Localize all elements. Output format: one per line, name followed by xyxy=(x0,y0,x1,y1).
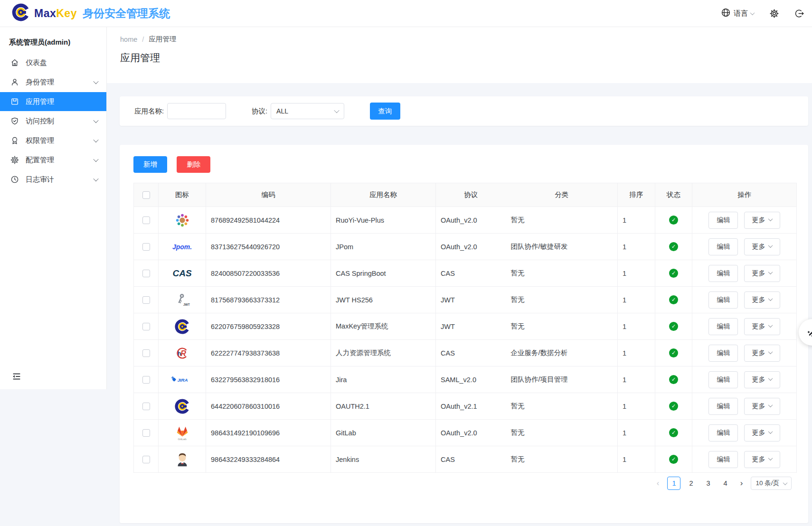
row-checkbox[interactable] xyxy=(142,403,150,410)
sidebar-item-applications[interactable]: 应用管理 xyxy=(0,92,106,111)
maxkey-logo-icon xyxy=(11,3,30,24)
row-checkbox[interactable] xyxy=(142,296,150,304)
row-checkbox[interactable] xyxy=(142,349,150,357)
row-checkbox[interactable] xyxy=(142,376,150,384)
chevron-down-icon xyxy=(93,176,98,181)
status-enabled-icon: ✓ xyxy=(669,402,678,411)
chevron-down-icon xyxy=(768,456,773,460)
app-sort: 1 xyxy=(618,393,655,420)
gear-icon xyxy=(769,9,779,19)
edit-button[interactable]: 编辑 xyxy=(708,371,738,388)
language-switcher[interactable]: 语言 xyxy=(721,8,754,19)
page-title: 应用管理 xyxy=(120,51,812,65)
delete-button[interactable]: 删除 xyxy=(177,156,210,173)
sidebar-item-identity[interactable]: 身份管理 xyxy=(0,73,106,92)
chevron-down-icon xyxy=(768,296,773,301)
filter-bar: 应用名称: 协议: ALL 查询 xyxy=(120,96,808,126)
more-button[interactable]: 更多 xyxy=(744,398,780,415)
app-code: 824008507220033536 xyxy=(206,260,331,287)
sidebar-item-label: 访问控制 xyxy=(26,117,54,126)
more-button[interactable]: 更多 xyxy=(744,345,780,362)
row-checkbox[interactable] xyxy=(142,216,150,224)
edit-button[interactable]: 编辑 xyxy=(708,451,738,468)
chevron-down-icon xyxy=(768,216,773,221)
app-code: 632279563832918016 xyxy=(206,366,331,393)
table-row: CAS 824008507220033536 CAS SpringBoot CA… xyxy=(134,260,797,287)
select-all-checkbox[interactable] xyxy=(142,191,150,199)
add-button[interactable]: 新增 xyxy=(133,156,167,173)
app-category: 暂无 xyxy=(506,207,618,234)
edit-button[interactable]: 编辑 xyxy=(708,424,738,441)
status-enabled-icon: ✓ xyxy=(669,375,678,384)
app-sort: 1 xyxy=(618,287,655,313)
edit-button[interactable]: 编辑 xyxy=(708,291,738,309)
app-category: 团队协作/敏捷研发 xyxy=(506,234,618,260)
edit-button[interactable]: 编辑 xyxy=(708,265,738,282)
more-button[interactable]: 更多 xyxy=(744,424,780,441)
row-checkbox[interactable] xyxy=(142,243,150,251)
protocol-select[interactable]: ALL xyxy=(271,103,344,119)
edit-button[interactable]: 编辑 xyxy=(708,212,738,229)
app-protocol: JWT xyxy=(436,313,506,340)
logout-button[interactable] xyxy=(794,9,804,19)
sidebar-item-audit-log[interactable]: 日志审计 xyxy=(0,170,106,189)
edit-button[interactable]: 编辑 xyxy=(708,318,738,335)
more-button[interactable]: 更多 xyxy=(744,451,780,468)
app-name-input[interactable] xyxy=(167,103,226,119)
page-size-value: 10 条/页 xyxy=(755,479,779,488)
row-checkbox[interactable] xyxy=(142,456,150,463)
cas-logo-icon: CAS xyxy=(172,264,191,283)
more-button[interactable]: 更多 xyxy=(744,238,780,255)
page-number-1[interactable]: 1 xyxy=(667,477,680,490)
sidebar-item-configuration[interactable]: 配置管理 xyxy=(0,150,106,169)
page-number-2[interactable]: 2 xyxy=(684,477,698,490)
app-sort: 1 xyxy=(618,446,655,473)
sidebar-item-access-control[interactable]: 访问控制 xyxy=(0,112,106,131)
page-number-3[interactable]: 3 xyxy=(701,477,715,490)
more-button[interactable]: 更多 xyxy=(744,212,780,229)
page-number-4[interactable]: 4 xyxy=(718,477,732,490)
gitlab-logo-icon: GitLab xyxy=(174,423,190,442)
sidebar-item-permissions[interactable]: 权限管理 xyxy=(0,131,106,150)
app-protocol: OAuth_v2.0 xyxy=(436,420,506,446)
more-button[interactable]: 更多 xyxy=(744,371,780,388)
row-checkbox[interactable] xyxy=(142,270,150,277)
row-checkbox[interactable] xyxy=(142,429,150,437)
edit-button[interactable]: 编辑 xyxy=(708,238,738,255)
app-code: 876892492581044224 xyxy=(206,207,331,234)
maxkey-logo-icon xyxy=(174,397,190,416)
sidebar-item-dashboard[interactable]: 仪表盘 xyxy=(0,53,106,72)
more-button[interactable]: 更多 xyxy=(744,265,780,282)
brand-max: Max xyxy=(34,7,56,19)
breadcrumb-home[interactable]: home xyxy=(120,36,137,43)
app-category: 暂无 xyxy=(506,313,618,340)
edit-button[interactable]: 编辑 xyxy=(708,398,738,415)
page-size-select[interactable]: 10 条/页 xyxy=(751,477,792,490)
app-name: Jira xyxy=(331,366,436,393)
app-name: 人力资源管理系统 xyxy=(331,340,436,366)
svg-text:R: R xyxy=(180,349,186,357)
sidebar-item-label: 权限管理 xyxy=(26,136,54,145)
edit-button[interactable]: 编辑 xyxy=(708,345,738,362)
app-code: 837136275440926720 xyxy=(206,234,331,260)
settings-button[interactable] xyxy=(769,9,779,19)
app-name: OAUTH2.1 xyxy=(331,393,436,420)
sidebar-collapse-button[interactable] xyxy=(11,371,22,384)
brand-area: MaxKey 身份安全管理系统 xyxy=(0,3,170,24)
next-page-button[interactable]: › xyxy=(736,479,747,488)
chevron-down-icon xyxy=(768,243,773,248)
row-checkbox[interactable] xyxy=(142,323,150,330)
search-button[interactable]: 查询 xyxy=(370,103,400,120)
more-button[interactable]: 更多 xyxy=(744,291,780,309)
app-code: 622227747938373638 xyxy=(206,340,331,366)
table-row: JWT 817568793663373312 JWT HS256 JWT 暂无 … xyxy=(134,287,797,313)
chevron-down-icon xyxy=(768,429,773,434)
app-protocol: JWT xyxy=(436,287,506,313)
app-sort: 1 xyxy=(618,207,655,234)
prev-page-button[interactable]: ‹ xyxy=(652,479,663,488)
hr-logo-icon: h R xyxy=(174,344,190,363)
logout-icon xyxy=(794,9,804,19)
ruoyi-logo-icon xyxy=(174,211,190,230)
chevron-down-icon xyxy=(783,480,788,485)
more-button[interactable]: 更多 xyxy=(744,318,780,335)
